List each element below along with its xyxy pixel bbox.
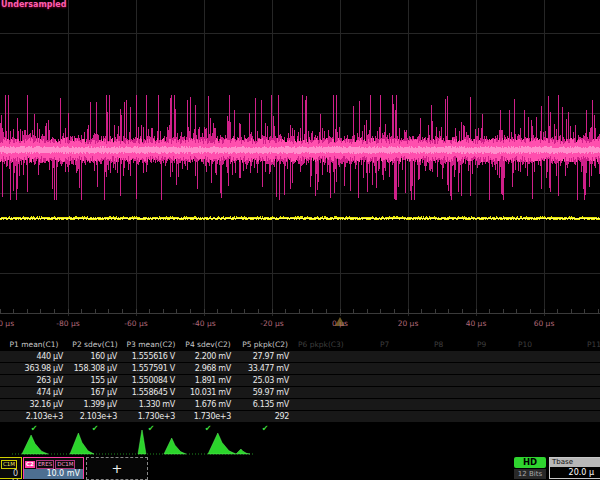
table-value-cell: 33.477 mV xyxy=(236,363,294,374)
table-value-cell: 1.730e+3 xyxy=(180,411,236,422)
axis-tick-label: 0 µs xyxy=(332,319,348,328)
axis-tick-label: -20 µs xyxy=(260,319,283,328)
inactive-param-label[interactable]: P7 xyxy=(380,339,389,350)
time-axis: -100 µs-80 µs-60 µs-40 µs-20 µs0 µs20 µs… xyxy=(0,316,600,336)
table-value-cell: 155 µV xyxy=(68,375,122,386)
table-value-cell: 292 xyxy=(236,411,294,422)
table-value-cell: 1.730e+3 xyxy=(122,411,180,422)
table-value-cell: 363.98 µV xyxy=(0,363,68,374)
table-value-cell: 25.03 mV xyxy=(236,375,294,386)
table-value-cell: 167 µV xyxy=(68,387,122,398)
param-header-5[interactable]: P5 pkpk(C2) xyxy=(236,339,294,350)
table-value-cell: 1.676 mV xyxy=(180,399,236,410)
table-value-cell: 2.103e+3 xyxy=(0,411,68,422)
table-value-cell: 1.557591 V xyxy=(122,363,180,374)
table-value-cell: 1.330 mV xyxy=(122,399,180,410)
timebase-label: Tbase xyxy=(550,458,600,467)
table-value-cell: 2.103e+3 xyxy=(68,411,122,422)
table-row: 474 µV167 µV1.558645 V10.031 mV59.97 mV xyxy=(0,387,600,398)
axis-tick-label: -60 µs xyxy=(124,319,147,328)
table-row: 263 µV155 µV1.550084 V1.891 mV25.03 mV xyxy=(0,375,600,386)
channel-c2-descriptor[interactable]: C2 ERES DC1M 10.0 mV xyxy=(23,457,84,479)
table-value-cell: 1.891 mV xyxy=(180,375,236,386)
inactive-param-label[interactable]: P10 xyxy=(518,339,532,350)
table-value-cell: 32.16 µV xyxy=(0,399,68,410)
hd-mode-badge[interactable]: HD xyxy=(514,457,546,468)
c2-coupling-badge: DC1M xyxy=(55,460,75,469)
channel-c1-descriptor[interactable]: C1M 0 mV xyxy=(0,457,22,479)
c1-vertical-scale: 0 mV xyxy=(0,469,21,479)
table-row: 440 µV160 µV1.555616 V2.200 mV27.97 mV xyxy=(0,351,600,362)
table-row: 32.16 µV1.399 µV1.330 mV1.676 mV6.135 mV xyxy=(0,399,600,410)
table-value-cell: 1.555616 V xyxy=(122,351,180,362)
add-trace-button[interactable]: + xyxy=(86,457,148,480)
oscilloscope-screen: Undersampled -100 µs-80 µs-60 µs-40 µs-2… xyxy=(0,0,600,480)
table-value-cell: 1.558645 V xyxy=(122,387,180,398)
graticule[interactable]: Undersampled xyxy=(0,0,600,316)
table-value-cell: 59.97 mV xyxy=(236,387,294,398)
waveform-traces xyxy=(0,0,600,316)
param-header-4[interactable]: P4 sdev(C2) xyxy=(180,339,236,350)
axis-tick-label: -80 µs xyxy=(56,319,79,328)
c2-vertical-scale: 10.0 mV xyxy=(24,469,83,479)
histicon-strip xyxy=(0,430,600,458)
table-value-cell: 1.550084 V xyxy=(122,375,180,386)
histicon-icon[interactable] xyxy=(22,435,48,454)
histicon-icon[interactable] xyxy=(164,438,186,454)
c1-coupling-badge: C1M xyxy=(1,460,17,469)
histicon-icon[interactable] xyxy=(138,430,146,454)
undersampled-warning-label: Undersampled xyxy=(1,0,66,9)
inactive-param-label[interactable]: P6 pkpk(C3) xyxy=(298,339,344,350)
param-header-2[interactable]: P2 sdev(C1) xyxy=(68,339,122,350)
table-header-row: P1 mean(C1)P2 sdev(C1)P3 mean(C2)P4 sdev… xyxy=(0,339,600,350)
inactive-param-label[interactable]: P11 xyxy=(587,339,600,350)
table-value-cell: 27.97 mV xyxy=(236,351,294,362)
table-value-cell: 440 µV xyxy=(0,351,68,362)
histicon-icon[interactable] xyxy=(236,449,250,454)
table-value-cell: 2.968 mV xyxy=(180,363,236,374)
table-value-cell: 158.308 µV xyxy=(68,363,122,374)
inactive-param-label[interactable]: P8 xyxy=(434,339,443,350)
table-value-cell: 6.135 mV xyxy=(236,399,294,410)
timebase-value: 20.0 µ xyxy=(550,467,600,478)
table-value-cell: 10.031 mV xyxy=(180,387,236,398)
histicon-icon[interactable] xyxy=(208,433,236,454)
histicon-icon[interactable] xyxy=(70,433,94,454)
table-row: 363.98 µV158.308 µV1.557591 V2.968 mV33.… xyxy=(0,363,600,374)
c2-channel-badge: C2 xyxy=(25,461,35,468)
table-value-cell: 2.200 mV xyxy=(180,351,236,362)
bottom-bar: C1M 0 mV C2 ERES DC1M 10.0 mV + HD 12 Bi… xyxy=(0,457,600,480)
table-value-cell: 474 µV xyxy=(0,387,68,398)
inactive-param-label[interactable]: P9 xyxy=(477,339,486,350)
axis-tick-label: 60 µs xyxy=(534,319,555,328)
hd-bits-label: 12 Bits xyxy=(514,469,546,479)
table-value-cell: 263 µV xyxy=(0,375,68,386)
table-row: 2.103e+32.103e+31.730e+31.730e+3292 xyxy=(0,411,600,422)
table-value-cell: 1.399 µV xyxy=(68,399,122,410)
table-value-cell: 160 µV xyxy=(68,351,122,362)
c2-eres-badge: ERES xyxy=(36,460,54,469)
axis-tick-label: 40 µs xyxy=(466,319,487,328)
axis-tick-label: 20 µs xyxy=(398,319,419,328)
axis-tick-label: -40 µs xyxy=(192,319,215,328)
axis-tick-label: -100 µs xyxy=(0,319,14,328)
timebase-descriptor[interactable]: Tbase 20.0 µ xyxy=(549,457,600,479)
param-header-1[interactable]: P1 mean(C1) xyxy=(0,339,68,350)
param-header-3[interactable]: P3 mean(C2) xyxy=(122,339,180,350)
measurement-table: P1 mean(C1)P2 sdev(C1)P3 mean(C2)P4 sdev… xyxy=(0,339,600,435)
